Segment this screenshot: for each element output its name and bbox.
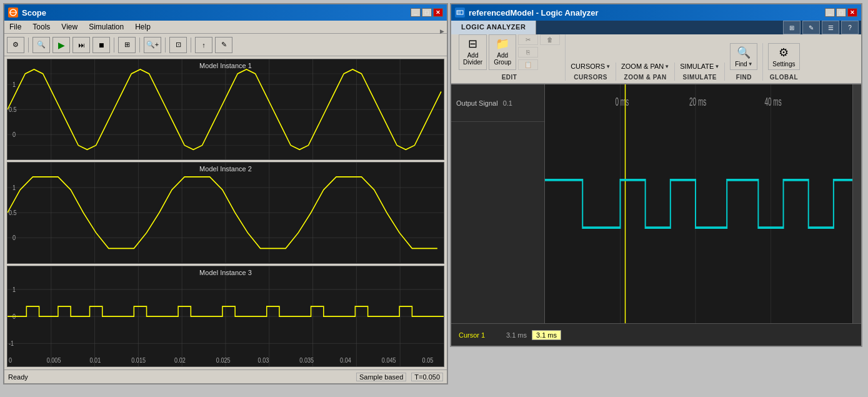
plot-panel-3: Model Instance 3 1 0 -1 0 xyxy=(7,266,444,367)
delete-btn[interactable]: 🗑 xyxy=(540,34,560,45)
svg-text:0: 0 xyxy=(9,356,12,364)
tb-stop-btn[interactable]: ⏹ xyxy=(92,37,110,53)
svg-text:1: 1 xyxy=(12,184,16,191)
simulate-dropdown[interactable]: SIMULATE ▼ xyxy=(680,63,719,70)
logic-analyzer-tab[interactable]: LOGIC ANALYZER xyxy=(451,21,536,34)
tab-icon-list[interactable]: ☰ xyxy=(822,21,839,34)
add-divider-icon: ⊟ xyxy=(468,37,477,51)
ribbon-cursors-group: CURSORS ▼ CURSORS xyxy=(568,63,616,81)
add-divider-btn[interactable]: ⊟ Add Divider xyxy=(459,34,487,70)
simulate-text: SIMULATE xyxy=(680,63,714,70)
svg-text:0.01: 0.01 xyxy=(90,356,101,364)
paste-btn[interactable]: 📋 xyxy=(518,59,538,70)
cursors-dropdown[interactable]: CURSORS ▼ xyxy=(571,63,611,70)
signal-row-output: Output Signal 0.1 xyxy=(451,84,544,122)
scope-window: Scope _ □ ✕ File Tools View Simulation H… xyxy=(3,3,448,384)
status-time: T=0.050 xyxy=(411,373,443,381)
logic-ribbon: ⊟ Add Divider 📁 Add Group ✂ ⎘ 📋 🗑 EDIT xyxy=(451,34,861,84)
svg-rect-63 xyxy=(545,84,852,323)
logic-title: referencedModel - Logic Analyzer xyxy=(469,8,599,18)
plot-svg-1: 1 0.5 0 xyxy=(7,59,444,159)
logic-analyzer-window: referencedModel - Logic Analyzer _ □ ✕ L… xyxy=(450,3,862,347)
menu-view[interactable]: View xyxy=(59,22,80,32)
find-arrow: ▼ xyxy=(748,61,753,67)
scope-menu-bar: File Tools View Simulation Help xyxy=(4,21,447,34)
tb-play-btn[interactable]: ▶ xyxy=(52,37,70,53)
logic-body: Output Signal 0.1 0 ms 20 ms 40 ms xyxy=(451,84,861,323)
svg-text:0.05: 0.05 xyxy=(422,356,434,364)
global-label: GLOBAL xyxy=(770,74,798,81)
scope-toolbar: ⚙ 🔍 ▶ ⏭ ⏹ ⊞ 🔍+ ⊡ ↑ ✎ ▶ xyxy=(4,34,447,56)
copy-btn[interactable]: ⎘ xyxy=(518,47,538,58)
logic-restore-btn[interactable]: □ xyxy=(836,8,846,17)
signal-name: Output Signal xyxy=(456,99,498,107)
add-group-icon: 📁 xyxy=(496,37,509,51)
scope-minimize-btn[interactable]: _ xyxy=(411,8,421,17)
add-group-btn[interactable]: 📁 Add Group xyxy=(489,34,516,70)
plot-panel-1: Model Instance 1 1 0.5 0 xyxy=(7,59,444,160)
plot-title-3: Model Instance 3 xyxy=(7,268,444,278)
add-group-label: Add Group xyxy=(494,52,511,66)
menu-simulation[interactable]: Simulation xyxy=(86,22,126,32)
tab-icon-help[interactable]: ? xyxy=(841,21,859,34)
tb-zoomin-btn[interactable]: 🔍+ xyxy=(144,37,161,53)
plot-svg-2: 1 0.5 0 xyxy=(7,163,444,263)
plot-svg-3: 1 0 -1 0 0.005 0.01 0.015 0.02 0.025 0.0… xyxy=(7,266,444,366)
menu-help[interactable]: Help xyxy=(132,22,153,32)
logic-plot-svg: 0 ms 20 ms 40 ms xyxy=(545,84,852,323)
svg-text:0.035: 0.035 xyxy=(299,356,314,364)
scope-icon xyxy=(8,8,18,18)
tab-icon-grid[interactable]: ⊞ xyxy=(783,21,801,34)
logic-minimize-btn[interactable]: _ xyxy=(825,8,835,17)
zoom-text: ZOOM & PAN xyxy=(621,63,664,70)
tb-step-btn[interactable]: ⏭ xyxy=(72,37,90,53)
scope-restore-btn[interactable]: □ xyxy=(422,8,432,17)
tb-export-btn[interactable]: ↑ xyxy=(195,37,212,53)
scope-status-bar: Ready Sample based T=0.050 xyxy=(4,369,447,383)
svg-text:20 ms: 20 ms xyxy=(689,95,707,108)
tb-settings-btn[interactable]: ⚙ xyxy=(7,37,24,53)
svg-text:0 ms: 0 ms xyxy=(615,95,629,108)
svg-text:0.5: 0.5 xyxy=(9,209,17,216)
logic-close-btn[interactable]: ✕ xyxy=(847,8,857,17)
status-ready: Ready xyxy=(8,373,28,381)
svg-text:0: 0 xyxy=(12,131,16,138)
tb-layout-btn[interactable]: ⊞ xyxy=(118,37,136,53)
zoom-dropdown[interactable]: ZOOM & PAN ▼ xyxy=(621,63,669,70)
ribbon-simulate-group: SIMULATE ▼ SIMULATE xyxy=(677,63,725,81)
cursor-bar: Cursor 1 3.1 ms 3.1 ms xyxy=(451,323,861,346)
svg-text:0.04: 0.04 xyxy=(340,356,351,364)
settings-btn[interactable]: ⚙ Settings xyxy=(768,43,799,70)
svg-text:1: 1 xyxy=(12,286,16,293)
plots-area: Model Instance 1 1 0.5 0 xyxy=(4,56,447,369)
tab-spacer xyxy=(536,21,781,34)
add-divider-label: Add Divider xyxy=(463,52,482,66)
tb-zoom-btn[interactable]: 🔍 xyxy=(32,37,50,53)
menu-file[interactable]: File xyxy=(7,22,24,32)
plot-title-2: Model Instance 2 xyxy=(7,164,444,174)
ribbon-add-btns: ⊟ Add Divider 📁 Add Group ✂ ⎘ 📋 🗑 xyxy=(459,34,560,70)
tb-cursors-btn[interactable]: ✎ xyxy=(215,37,232,53)
logic-scrollbar[interactable] xyxy=(852,84,861,323)
cursors-label: CURSORS xyxy=(574,74,607,81)
menu-tools[interactable]: Tools xyxy=(30,22,52,32)
svg-text:0.015: 0.015 xyxy=(131,356,146,364)
settings-icon: ⚙ xyxy=(779,46,789,59)
svg-text:40 ms: 40 ms xyxy=(764,95,782,108)
scope-close-btn[interactable]: ✕ xyxy=(433,8,443,17)
find-dropdown[interactable]: Find ▼ xyxy=(735,61,752,68)
logic-plot-area: 0 ms 20 ms 40 ms xyxy=(545,84,852,323)
logic-tab-bar: LOGIC ANALYZER ⊞ ✎ ☰ ? xyxy=(451,21,861,34)
svg-text:0.025: 0.025 xyxy=(216,356,231,364)
plot-title-1: Model Instance 1 xyxy=(7,61,444,71)
find-icon: 🔍 xyxy=(737,46,751,59)
scope-title: Scope xyxy=(22,8,46,18)
svg-text:-1: -1 xyxy=(9,339,14,347)
find-btn[interactable]: 🔍 Find ▼ xyxy=(730,43,757,70)
simulate-label: SIMULATE xyxy=(683,74,717,81)
tb-scale-btn[interactable]: ⊡ xyxy=(169,37,187,53)
tab-icons: ⊞ ✎ ☰ ? xyxy=(781,21,861,34)
svg-text:1: 1 xyxy=(12,81,16,88)
cut-btn[interactable]: ✂ xyxy=(518,34,538,45)
tab-icon-edit[interactable]: ✎ xyxy=(802,21,820,34)
